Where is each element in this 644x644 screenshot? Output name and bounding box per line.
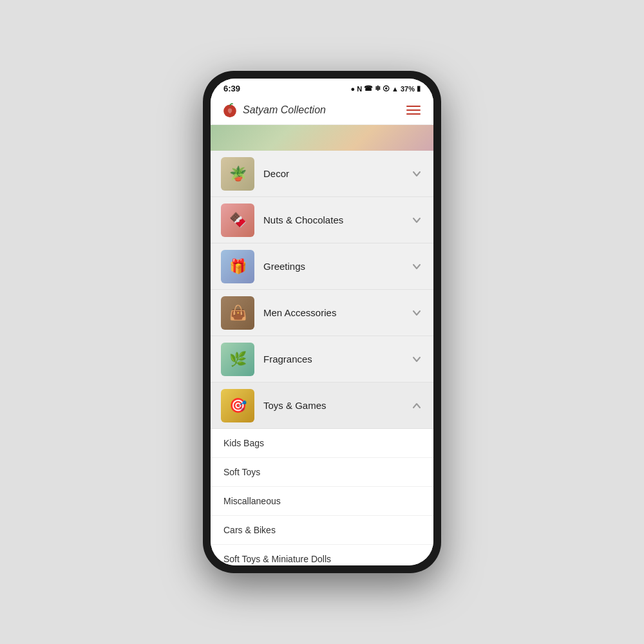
submenu-toys-games: Kids Bags Soft Toys Miscallaneous Cars &…	[211, 429, 433, 565]
category-thumb-toys: 🎯	[221, 389, 254, 422]
logo-icon	[221, 101, 239, 119]
submenu-item-kids-bags[interactable]: Kids Bags	[211, 429, 433, 458]
battery-text: 37%	[401, 85, 415, 93]
hamburger-line-1	[406, 106, 421, 107]
category-item-decor[interactable]: 🪴 Decor	[211, 151, 433, 197]
category-thumb-nuts: 🍫	[221, 204, 254, 237]
category-thumb-fragrances: 🌿	[221, 343, 254, 376]
category-label-fragrances: Fragrances	[263, 354, 410, 365]
submenu-item-miscallaneous[interactable]: Miscallaneous	[211, 487, 433, 516]
submenu-item-cars-bikes[interactable]: Cars & Bikes	[211, 516, 433, 545]
submenu-item-soft-toys-miniature[interactable]: Soft Toys & Miniature Dolls	[211, 545, 433, 565]
logo-text: Satyam Collection	[243, 104, 326, 116]
app-header: Satyam Collection	[211, 96, 433, 125]
category-item-toys-games[interactable]: 🎯 Toys & Games	[211, 383, 433, 429]
hamburger-line-3	[406, 113, 421, 115]
category-thumb-greetings: 🎁	[221, 250, 254, 283]
phone-screen: 6:39 ● N ☎ ❄ ⦿ ▲ 37% ▮ Satyam Collection	[211, 79, 433, 565]
chevron-down-icon-decor	[410, 167, 423, 180]
phone-frame: 6:39 ● N ☎ ❄ ⦿ ▲ 37% ▮ Satyam Collection	[203, 71, 441, 573]
category-item-nuts-chocolates[interactable]: 🍫 Nuts & Chocolates	[211, 197, 433, 243]
battery-icon: ▮	[417, 84, 421, 93]
category-item-greetings[interactable]: 🎁 Greetings	[211, 243, 433, 290]
submenu-item-soft-toys[interactable]: Soft Toys	[211, 458, 433, 487]
signal-icon: ▲	[392, 85, 399, 93]
category-label-toys: Toys & Games	[263, 400, 410, 411]
nfc-icon: N	[357, 85, 362, 93]
chevron-down-icon-nuts	[410, 214, 423, 227]
status-bar: 6:39 ● N ☎ ❄ ⦿ ▲ 37% ▮	[211, 79, 433, 96]
categories-list: 🪴 Decor 🍫 Nuts & Chocolates 🎁 Greetings	[211, 151, 433, 565]
chevron-up-icon-toys	[410, 399, 423, 412]
hamburger-menu-button[interactable]	[404, 103, 423, 117]
status-icons: ● N ☎ ❄ ⦿ ▲ 37% ▮	[350, 84, 421, 93]
category-label-men: Men Accessories	[263, 307, 410, 318]
bluetooth-icon: ❄	[375, 84, 381, 93]
category-label-nuts: Nuts & Chocolates	[263, 214, 410, 225]
chevron-down-icon-fragrances	[410, 353, 423, 366]
whatsapp-icon: ●	[350, 85, 355, 93]
hamburger-line-2	[406, 109, 421, 111]
category-item-fragrances[interactable]: 🌿 Fragrances	[211, 336, 433, 383]
logo-area: Satyam Collection	[221, 101, 326, 119]
category-thumb-men: 👜	[221, 296, 254, 330]
status-time: 6:39	[223, 84, 240, 93]
banner-image	[211, 125, 433, 151]
category-item-men-accessories[interactable]: 👜 Men Accessories	[211, 290, 433, 336]
vibrate-icon: ☎	[364, 84, 373, 93]
category-thumb-decor: 🪴	[221, 157, 254, 191]
category-label-decor: Decor	[263, 168, 410, 179]
wifi-icon: ⦿	[383, 85, 390, 93]
chevron-down-icon-men	[410, 307, 423, 319]
category-label-greetings: Greetings	[263, 261, 410, 272]
chevron-down-icon-greetings	[410, 260, 423, 273]
